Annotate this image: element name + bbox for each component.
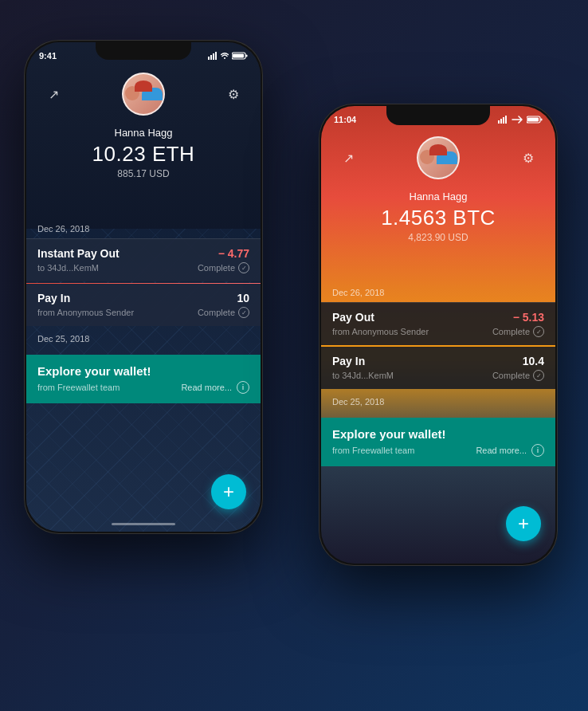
phone-2-explore[interactable]: Explore your wallet! from Freewallet tea… (321, 418, 555, 466)
tx-1-from: to 34Jd...KemM (37, 263, 99, 273)
phone-1-explore[interactable]: Explore your wallet! from Freewallet tea… (26, 355, 261, 403)
trend-icon (49, 87, 59, 102)
p2-tx-2-subtitle: to 34Jd...KemM Complete ✓ (332, 370, 544, 381)
phone-2-tx-2[interactable]: Pay In 10.4 to 34Jd...KemM Complete ✓ (321, 347, 555, 389)
check-icon-4: ✓ (533, 370, 544, 381)
explore-1-read[interactable]: Read more... i (181, 381, 249, 394)
p2-tx-1-from: from Anonymous Sender (332, 327, 429, 336)
explore-2-footer: from Freewallet team Read more... i (332, 444, 544, 457)
svg-rect-7 (498, 120, 500, 124)
tx-1-subtitle: to 34Jd...KemM Complete ✓ (37, 262, 249, 273)
phone-2-header-row: ⚙ (337, 136, 539, 179)
phone-2-fab[interactable]: + (506, 506, 541, 541)
phone-1-balance-usd: 885.17 USD (117, 168, 169, 179)
phone-2-header: ⚙ Hanna Hagg 1.4563 BTC 4,823.90 USD (321, 128, 555, 243)
phones-container: 9:41 (0, 0, 588, 711)
signal-icon (208, 52, 218, 60)
tx-2-title: Pay In (37, 292, 70, 304)
phone-2-status-icons (498, 116, 543, 124)
phone-1-notch (96, 42, 191, 60)
gear-icon-1: ⚙ (228, 87, 239, 102)
explore-2-title: Explore your wallet! (332, 427, 544, 441)
p2-tx-2-status: Complete ✓ (492, 370, 544, 381)
tx-2-amount: 10 (237, 292, 249, 304)
trend-icon-2 (343, 151, 354, 166)
svg-rect-1 (210, 55, 212, 60)
battery-icon (232, 52, 248, 60)
phone-1-tx-1[interactable]: Instant Pay Out − 4.77 to 34Jd...KemM Co… (26, 238, 261, 281)
check-icon-3: ✓ (533, 326, 544, 337)
phone-1: 9:41 (24, 40, 263, 534)
explore-1-title: Explore your wallet! (37, 364, 249, 378)
phone-2-tx-1[interactable]: Pay Out − 5.13 from Anonymous Sender Com… (321, 302, 555, 345)
tx-2-from: from Anonymous Sender (37, 308, 134, 317)
phone-1-time: 9:41 (39, 51, 57, 61)
settings-button-1[interactable]: ⚙ (222, 83, 245, 105)
svg-rect-3 (215, 52, 217, 60)
p2-tx-1-title: Pay Out (332, 311, 374, 324)
p2-tx-1-status: Complete ✓ (492, 326, 544, 337)
svg-rect-0 (208, 57, 210, 60)
phone-2-date-2: Dec 25, 2018 (321, 391, 555, 411)
phone-1-header-row: ⚙ (42, 73, 245, 116)
phone-1-date-1: Dec 26, 2018 (26, 218, 261, 238)
phone-1-home-indicator (112, 523, 175, 525)
check-icon-1: ✓ (238, 262, 249, 273)
p2-tx-2-from: to 34Jd...KemM (332, 371, 394, 380)
phone-1-header: ⚙ Hanna Hagg 10.23 ETH 885.17 USD (26, 65, 261, 179)
phone-2-balance-usd: 4,823.90 USD (408, 232, 468, 243)
phone-2: 11:04 (319, 104, 558, 566)
check-icon-2: ✓ (238, 307, 249, 318)
p2-tx-1-amount: − 5.13 (513, 311, 544, 324)
explore-1-from: from Freewallet team (37, 383, 120, 392)
p2-tx-2-title: Pay In (332, 355, 365, 367)
phone-1-tx-2[interactable]: Pay In 10 from Anonymous Sender Complete… (26, 284, 261, 326)
settings-button-2[interactable]: ⚙ (517, 147, 539, 169)
phone-2-notch (386, 106, 490, 125)
trend-button[interactable] (42, 83, 65, 105)
p2-tx-2-row: Pay In 10.4 (332, 355, 544, 367)
phone-2-balance: 1.4563 BTC (381, 206, 496, 230)
wifi-icon (221, 52, 229, 60)
battery-icon-2 (527, 116, 543, 124)
phone-1-date-2: Dec 25, 2018 (26, 328, 261, 348)
phone-1-fab[interactable]: + (211, 474, 246, 509)
tx-1-row: Instant Pay Out − 4.77 (37, 247, 249, 260)
signal-icon-2 (498, 116, 508, 124)
tx-2-subtitle: from Anonymous Sender Complete ✓ (37, 307, 249, 318)
svg-rect-13 (541, 119, 543, 121)
tx-2-row: Pay In 10 (37, 292, 249, 304)
svg-rect-2 (213, 53, 214, 60)
tx-1-title: Instant Pay Out (37, 247, 120, 260)
svg-rect-8 (500, 119, 502, 124)
p2-tx-2-amount: 10.4 (523, 355, 544, 367)
svg-rect-5 (233, 54, 244, 58)
tx-1-status: Complete ✓ (198, 262, 249, 273)
explore-1-footer: from Freewallet team Read more... i (37, 381, 249, 394)
phone-1-username: Hanna Hagg (115, 127, 173, 139)
svg-rect-12 (527, 118, 539, 122)
p2-tx-1-row: Pay Out − 5.13 (332, 311, 544, 324)
phone-1-balance: 10.23 ETH (92, 142, 195, 167)
gear-icon-2: ⚙ (523, 151, 534, 166)
phone-1-tx-list: Dec 26, 2018 Instant Pay Out − 4.77 to 3… (26, 218, 261, 403)
network-icon-2 (511, 116, 523, 124)
svg-rect-6 (246, 55, 248, 57)
explore-2-read[interactable]: Read more... i (476, 444, 544, 457)
avatar-2[interactable] (417, 136, 460, 179)
info-icon-1: i (237, 381, 249, 394)
trend-button-2[interactable] (337, 147, 359, 169)
phone-1-status-icons (208, 52, 248, 60)
avatar-1[interactable] (122, 73, 165, 116)
info-icon-2: i (531, 444, 544, 457)
phone-2-username: Hanna Hagg (410, 191, 468, 202)
tx-1-amount: − 4.77 (218, 247, 249, 260)
tx-2-status: Complete ✓ (198, 307, 249, 318)
avatar-hair (135, 81, 152, 92)
phone-2-time: 11:04 (334, 115, 356, 124)
phone-2-tx-list: Dec 26, 2018 Pay Out − 5.13 from Anonymo… (321, 281, 555, 466)
phone-2-date-1: Dec 26, 2018 (321, 281, 555, 302)
svg-rect-10 (505, 116, 507, 124)
p2-tx-1-subtitle: from Anonymous Sender Complete ✓ (332, 326, 544, 337)
avatar-hair-2 (429, 144, 447, 155)
